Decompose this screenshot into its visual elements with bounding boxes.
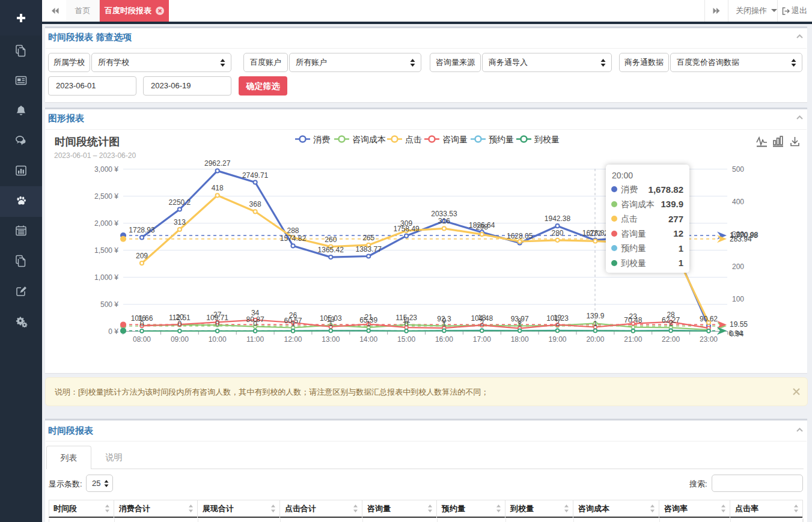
svg-text:2: 2 — [480, 319, 484, 327]
svg-text:1942.38: 1942.38 — [545, 214, 571, 223]
svg-text:08:00: 08:00 — [133, 335, 151, 344]
svg-text:2: 2 — [555, 319, 560, 327]
svg-text:2250.2: 2250.2 — [169, 198, 191, 207]
svg-text:时间段统计图: 时间段统计图 — [55, 136, 120, 148]
svg-text:0 ¥: 0 ¥ — [108, 327, 118, 336]
svg-text:90.62: 90.62 — [700, 315, 718, 323]
svg-text:18:00: 18:00 — [511, 335, 529, 344]
svg-text:288: 288 — [287, 226, 299, 235]
svg-text:1: 1 — [517, 320, 522, 328]
svg-text:2962.27: 2962.27 — [204, 159, 231, 168]
svg-text:280: 280 — [551, 229, 563, 237]
svg-text:13:00: 13:00 — [322, 335, 340, 344]
svg-text:500: 500 — [732, 165, 744, 174]
svg-text:277: 277 — [589, 229, 601, 238]
svg-text:消费: 消费 — [313, 135, 330, 144]
svg-text:209: 209 — [136, 252, 148, 260]
svg-text:1628.05: 1628.05 — [507, 232, 533, 240]
svg-text:2,000 ¥: 2,000 ¥ — [94, 219, 118, 228]
svg-text:1,000 ¥: 1,000 ¥ — [94, 273, 118, 282]
svg-text:14:00: 14:00 — [359, 335, 377, 344]
svg-text:点击: 点击 — [405, 135, 422, 144]
svg-text:368: 368 — [249, 200, 261, 208]
svg-text:19:00: 19:00 — [548, 335, 566, 344]
svg-text:到校量: 到校量 — [534, 135, 560, 144]
svg-text:20:00: 20:00 — [586, 335, 604, 344]
svg-text:0: 0 — [140, 320, 144, 328]
svg-text:313: 313 — [174, 218, 186, 226]
svg-text:19.55: 19.55 — [730, 320, 748, 329]
svg-text:298: 298 — [476, 223, 488, 231]
svg-text:1: 1 — [593, 320, 597, 328]
svg-text:418: 418 — [212, 184, 224, 192]
svg-text:260: 260 — [325, 235, 337, 244]
svg-text:100: 100 — [732, 295, 744, 303]
svg-text:2749.71: 2749.71 — [242, 171, 269, 180]
svg-text:2,500 ¥: 2,500 ¥ — [94, 192, 118, 201]
svg-text:6.94: 6.94 — [728, 329, 743, 338]
svg-text:咨询成本: 咨询成本 — [352, 135, 386, 144]
svg-text:0: 0 — [178, 320, 182, 328]
svg-text:400: 400 — [732, 198, 744, 206]
svg-text:28: 28 — [667, 311, 675, 319]
svg-text:309: 309 — [400, 219, 412, 228]
svg-text:200: 200 — [732, 263, 744, 271]
svg-text:预约量: 预约量 — [489, 135, 514, 144]
svg-text:0: 0 — [215, 320, 219, 328]
svg-text:23:00: 23:00 — [700, 335, 718, 344]
svg-text:1: 1 — [442, 320, 447, 328]
svg-text:23: 23 — [629, 312, 638, 321]
svg-text:17:00: 17:00 — [473, 335, 491, 344]
svg-text:12:00: 12:00 — [284, 335, 302, 344]
svg-text:21:00: 21:00 — [624, 335, 642, 344]
svg-text:500 ¥: 500 ¥ — [100, 300, 118, 309]
svg-text:1574.82: 1574.82 — [280, 234, 307, 243]
svg-text:1: 1 — [367, 320, 371, 328]
svg-text:3,000 ¥: 3,000 ¥ — [94, 165, 118, 174]
svg-text:0: 0 — [253, 320, 257, 328]
svg-text:265: 265 — [362, 234, 374, 242]
svg-text:26: 26 — [289, 311, 298, 320]
svg-text:10:00: 10:00 — [209, 335, 227, 344]
svg-text:1383.77: 1383.77 — [356, 245, 382, 253]
svg-text:316: 316 — [438, 217, 450, 225]
svg-text:2: 2 — [669, 319, 673, 327]
svg-text:34: 34 — [251, 309, 260, 317]
svg-text:09:00: 09:00 — [171, 335, 189, 344]
svg-text:1365.42: 1365.42 — [318, 246, 344, 254]
svg-text:1,500 ¥: 1,500 ¥ — [94, 246, 118, 255]
svg-text:27: 27 — [213, 311, 222, 319]
svg-text:1: 1 — [291, 320, 295, 328]
svg-text:11:00: 11:00 — [246, 335, 264, 344]
svg-text:0: 0 — [404, 320, 409, 328]
svg-text:15:00: 15:00 — [397, 335, 415, 344]
svg-text:1728.93: 1728.93 — [129, 226, 155, 234]
svg-text:1: 1 — [329, 320, 333, 328]
svg-text:22:00: 22:00 — [662, 335, 680, 344]
svg-text:2023-06-01 – 2023-06-20: 2023-06-01 – 2023-06-20 — [54, 151, 136, 160]
svg-text:1,900.98: 1,900.98 — [730, 231, 759, 239]
svg-text:咨询量: 咨询量 — [442, 135, 468, 144]
svg-text:16:00: 16:00 — [435, 335, 453, 344]
